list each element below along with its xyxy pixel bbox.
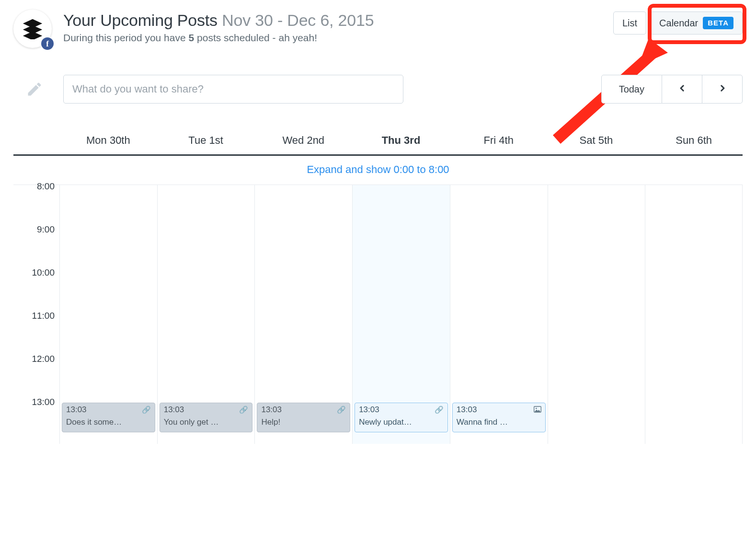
compose-box: [63, 75, 594, 104]
date-nav: Today: [601, 75, 743, 104]
link-icon: 🔗: [435, 406, 444, 414]
compose-input[interactable]: [63, 75, 403, 104]
day-header: Wed 2nd: [254, 130, 352, 151]
facebook-badge-icon: f: [41, 37, 54, 50]
event-title: Wanna find …: [457, 417, 541, 427]
prev-week-button[interactable]: [662, 75, 702, 104]
hour-label: 8:00: [13, 179, 59, 222]
scheduled-post[interactable]: 13:03 Wanna find …: [452, 403, 546, 432]
scheduled-count: 5: [189, 32, 195, 43]
calendar-grid: 8:00 9:00 10:00 11:00 12:00 13:00 13:03 …: [13, 185, 743, 444]
svg-marker-2: [23, 32, 42, 40]
day-col-wed[interactable]: 13:03 🔗 Help!: [254, 185, 352, 444]
day-col-sun[interactable]: [645, 185, 743, 444]
hour-label: 10:00: [13, 266, 59, 309]
calendar: Mon 30th Tue 1st Wed 2nd Thu 3rd Fri 4th…: [13, 130, 743, 444]
day-col-sat[interactable]: [548, 185, 645, 444]
time-gutter: 8:00 9:00 10:00 11:00 12:00 13:00: [13, 185, 59, 444]
calendar-view-button[interactable]: Calendar BETA: [650, 12, 743, 35]
day-header: Tue 1st: [157, 130, 255, 151]
page-title: Your Upcoming Posts Nov 30 - Dec 6, 2015: [63, 11, 606, 30]
event-title: Newly updat…: [359, 417, 444, 427]
chevron-left-icon: [678, 83, 687, 95]
subtitle-pre: During this period you have: [63, 32, 189, 43]
event-title: Does it some…: [66, 417, 151, 427]
link-icon: 🔗: [142, 406, 151, 414]
event-time: 13:03: [164, 405, 184, 415]
scheduled-post[interactable]: 13:03 🔗 Newly updat…: [355, 403, 448, 432]
scheduled-post[interactable]: 13:03 🔗 You only get …: [160, 403, 253, 432]
event-time: 13:03: [66, 405, 87, 415]
hour-label: 9:00: [13, 222, 59, 266]
day-header: Sun 6th: [645, 130, 743, 151]
hour-label: 12:00: [13, 352, 59, 395]
event-title: Help!: [261, 417, 346, 427]
header: f Your Upcoming Posts Nov 30 - Dec 6, 20…: [13, 10, 743, 52]
day-col-tue[interactable]: 13:03 🔗 You only get …: [157, 185, 255, 444]
compose-icon: [13, 81, 56, 98]
title-date-range: Nov 30 - Dec 6, 2015: [222, 11, 374, 29]
event-time: 13:03: [261, 405, 282, 415]
event-time: 13:03: [457, 405, 477, 415]
account-avatar: f: [13, 10, 56, 52]
calendar-view-label: Calendar: [659, 17, 698, 29]
link-icon: 🔗: [337, 406, 346, 414]
view-toggle: List Calendar BETA: [613, 10, 743, 35]
beta-badge: BETA: [703, 17, 733, 29]
hour-label: 11:00: [13, 309, 59, 352]
scheduled-post[interactable]: 13:03 🔗 Does it some…: [62, 403, 155, 432]
scheduled-post[interactable]: 13:03 🔗 Help!: [257, 403, 350, 432]
day-header: Fri 4th: [450, 130, 548, 151]
day-header: Mon 30th: [59, 130, 157, 151]
next-week-button[interactable]: [702, 75, 743, 104]
subtitle-post: posts scheduled - ah yeah!: [194, 32, 317, 43]
image-icon: [534, 406, 541, 414]
day-col-thu[interactable]: 13:03 🔗 Newly updat…: [352, 185, 450, 444]
day-header-current: Thu 3rd: [352, 130, 450, 151]
calendar-header: Mon 30th Tue 1st Wed 2nd Thu 3rd Fri 4th…: [13, 130, 743, 156]
link-icon: 🔗: [239, 406, 248, 414]
chevron-right-icon: [718, 83, 727, 95]
day-col-fri[interactable]: 13:03 Wanna find …: [450, 185, 548, 444]
subtitle: During this period you have 5 posts sche…: [63, 32, 606, 44]
event-title: You only get …: [164, 417, 249, 427]
day-header: Sat 5th: [548, 130, 645, 151]
day-col-mon[interactable]: 13:03 🔗 Does it some…: [59, 185, 157, 444]
list-view-button[interactable]: List: [613, 12, 646, 35]
event-time: 13:03: [359, 405, 379, 415]
tools-row: Today: [13, 75, 743, 104]
today-button[interactable]: Today: [601, 75, 662, 104]
title-text: Your Upcoming Posts: [63, 11, 218, 29]
hour-label: 13:00: [13, 395, 59, 438]
page-root: f Your Upcoming Posts Nov 30 - Dec 6, 20…: [13, 10, 743, 444]
buffer-icon: [22, 18, 43, 39]
title-block: Your Upcoming Posts Nov 30 - Dec 6, 2015…: [63, 10, 606, 44]
svg-point-6: [536, 407, 537, 409]
expand-early-hours[interactable]: Expand and show 0:00 to 8:00: [13, 156, 743, 185]
